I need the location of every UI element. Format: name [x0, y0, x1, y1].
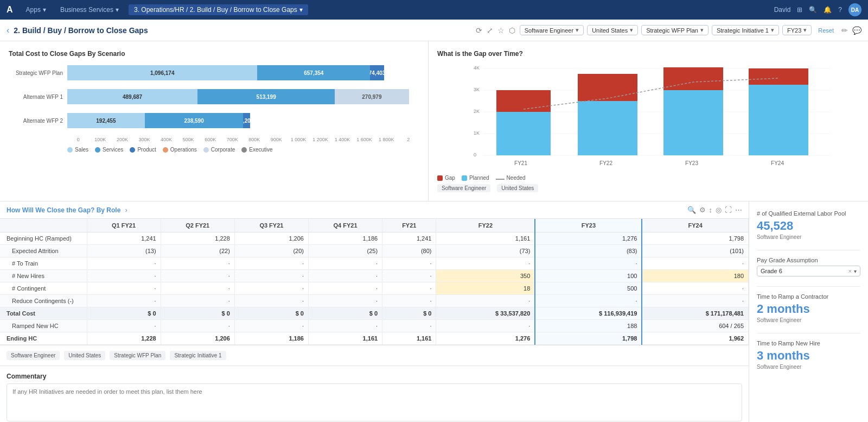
chevron-down-icon: ▾ [803, 27, 807, 34]
col-header-q4fy21: Q4 FY21 [308, 219, 382, 232]
commentary-section: Commentary [0, 366, 749, 422]
comment-icon[interactable]: 💬 [852, 26, 861, 35]
cell-fy23: 1,276 [535, 232, 642, 245]
cell-fy22: · [436, 320, 535, 332]
table-section-title[interactable]: How Will We Close the Gap? By Role [7, 206, 120, 214]
bar-segment-services: 513,199 [197, 89, 335, 104]
cell-q1fy21: $ 0 [87, 307, 161, 320]
bar-segment-product: 74,403 [370, 65, 384, 80]
cell-q2fy21: · [161, 257, 234, 270]
top-nav: A Apps ▾ Business Services ▾ 3. Operatio… [0, 0, 868, 20]
cell-fy23: · [535, 295, 642, 307]
share-icon[interactable]: ⤢ [487, 26, 493, 35]
left-panel: How Will We Close the Gap? By Role › 🔍 ⚙… [0, 201, 749, 422]
cell-fy23-highlighted[interactable]: 100 [535, 270, 642, 282]
svg-text:4K: 4K [474, 65, 480, 71]
total-cost-chart: Total Cost to Close Gaps By Scenario Str… [0, 41, 429, 201]
col-header-q3fy21: Q3 FY21 [234, 219, 308, 232]
data-table: Q1 FY21 Q2 FY21 Q3 FY21 Q4 FY21 FY21 FY2… [0, 219, 749, 345]
search-icon[interactable]: 🔍 [687, 206, 696, 214]
cell-q2fy21: $ 0 [161, 307, 234, 320]
bell-icon[interactable]: 🔔 [824, 6, 832, 14]
table-row: # New Hires · · · · · 350 100 180 [0, 270, 749, 282]
cell-q4fy21: · [308, 282, 382, 295]
bar-fy23-gap [663, 67, 723, 90]
bar-segment-corporate: 270,979 [335, 89, 409, 104]
needed-line [524, 78, 778, 109]
legend-item-operations: Operations [163, 147, 197, 153]
cell-q1fy21: · [87, 257, 161, 270]
people-icon[interactable]: ⊞ [797, 6, 802, 14]
tag-initiative: Strategic Initiative 1 [170, 351, 226, 360]
table-row: Expected Attrition (13) (22) (20) (25) (… [0, 245, 749, 257]
breadcrumb-actions: ⟳ ⤢ ☆ ⬡ [476, 26, 515, 35]
help-icon[interactable]: ? [838, 6, 842, 14]
cell-fy22-highlighted[interactable]: 350 [436, 270, 535, 282]
page-title: 2. Build / Buy / Borrow to Close Gaps [14, 26, 471, 35]
star-icon[interactable]: ☆ [497, 26, 505, 35]
search-icon[interactable]: 🔍 [809, 6, 817, 14]
pay-grade-select[interactable]: Grade 6 × ▾ [757, 266, 860, 276]
cell-fy21: · [382, 270, 436, 282]
filter-plan[interactable]: Strategic WFP Plan ▾ [641, 25, 709, 35]
table-header-row: How Will We Close the Gap? By Role › 🔍 ⚙… [0, 201, 749, 219]
cell-fy23-highlighted[interactable]: 500 [535, 282, 642, 295]
nav-tab-operations-hr[interactable]: 3. Operations/HR / 2. Build / Buy / Borr… [129, 4, 308, 15]
more-icon[interactable]: ⋯ [735, 206, 742, 214]
cell-fy24: 1,798 [642, 232, 748, 245]
cell-q3fy21: 1,186 [234, 332, 308, 345]
cell-q3fy21: · [234, 270, 308, 282]
legend-gap: Gap [437, 175, 455, 181]
avatar[interactable]: DA [848, 3, 861, 16]
cell-fy22-highlighted[interactable]: 18 [436, 282, 535, 295]
gap-chart-footer: Software Engineer United States [437, 184, 859, 192]
total-cost-chart-title: Total Cost to Close Gaps By Scenario [9, 50, 419, 58]
filter-location[interactable]: United States ▾ [587, 25, 638, 35]
bar-segment-sales: 1,096,174 [67, 65, 257, 80]
ramp-contractor-title: Time to Ramp a Contractor [757, 293, 860, 300]
cell-fy21: (80) [382, 245, 436, 257]
cell-fy22: $ 33,537,820 [436, 307, 535, 320]
sync-icon[interactable]: ⟳ [476, 26, 482, 35]
cell-fy21: · [382, 320, 436, 332]
back-button[interactable]: ‹ [7, 26, 9, 35]
clear-pay-grade-icon[interactable]: × [848, 268, 852, 274]
apps-button[interactable]: Apps ▾ [22, 4, 50, 15]
cell-fy23: · [535, 257, 642, 270]
cell-fy24: · [642, 257, 748, 270]
bottom-section: How Will We Close the Gap? By Role › 🔍 ⚙… [0, 201, 868, 422]
nav-tab-business-services[interactable]: Business Services ▾ [55, 4, 124, 15]
qualified-pool-number: 45,528 [757, 219, 860, 233]
row-label-reduce-contingents: Reduce Contingents (-) [0, 295, 87, 307]
legend-color-corporate [203, 147, 209, 153]
bar-segment-services: 657,354 [257, 65, 370, 80]
legend-item-product: Product [130, 147, 156, 153]
tag-location: United States [64, 351, 105, 360]
legend-planned: Planned [462, 175, 489, 181]
nav-right: David ⊞ 🔍 🔔 ? DA [774, 3, 861, 16]
nav-user[interactable]: David [774, 6, 791, 14]
expand-icon[interactable]: ⛶ [725, 206, 732, 214]
cell-q3fy21: · [234, 320, 308, 332]
cell-fy24: 604 / 265 [642, 320, 748, 332]
sort-icon[interactable]: ↕ [709, 206, 713, 214]
bar-label: Alternate WFP 2 [9, 118, 63, 124]
cell-q4fy21: · [308, 320, 382, 332]
filter-initiative[interactable]: Strategic Initiative 1 ▾ [712, 25, 779, 35]
legend-color-operations [163, 147, 168, 153]
cell-fy23: $ 116,939,419 [535, 307, 642, 320]
ramp-contractor-section: Time to Ramp a Contractor 2 months Softw… [757, 293, 860, 323]
filter-icon[interactable]: ⚙ [699, 206, 706, 214]
table-row-total-cost: Total Cost $ 0 $ 0 $ 0 $ 0 $ 0 $ 33,537,… [0, 307, 749, 320]
commentary-input[interactable] [7, 383, 742, 421]
view-icon[interactable]: ◎ [716, 206, 722, 214]
gap-chart-area: 4K 3K 2K 1K 0 [437, 63, 859, 172]
filter-role[interactable]: Software Engineer ▾ [520, 25, 584, 35]
reset-button[interactable]: Reset [815, 26, 837, 35]
legend-color-sales [67, 147, 73, 153]
export-icon[interactable]: ⬡ [509, 26, 515, 35]
cell-fy24-highlighted[interactable]: 180 [642, 270, 748, 282]
edit-icon[interactable]: ✏ [841, 26, 848, 35]
cell-fy24: · [642, 282, 748, 295]
filter-year[interactable]: FY23 ▾ [782, 25, 812, 35]
